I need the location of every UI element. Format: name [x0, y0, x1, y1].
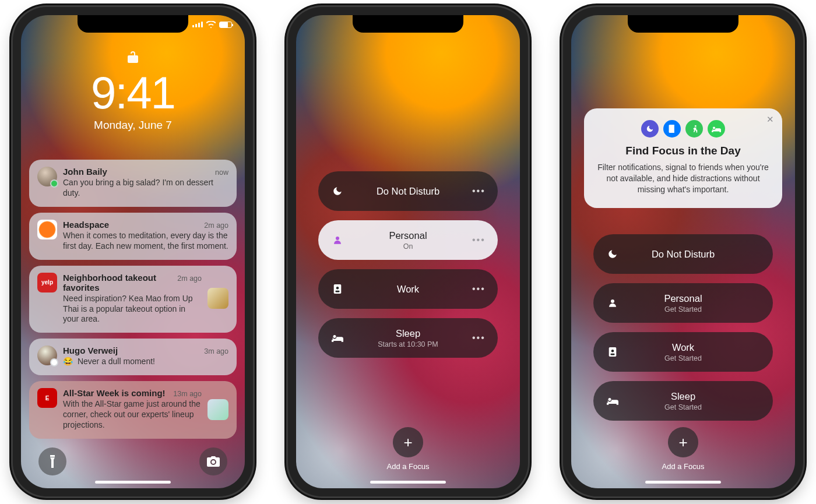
plus-icon: +: [403, 433, 412, 452]
focus-subtitle: Get Started: [619, 305, 747, 313]
focus-mode-work[interactable]: Work Get Started: [593, 332, 773, 372]
svg-point-6: [713, 126, 715, 129]
lock-header: 9:41 Monday, June 7: [21, 50, 245, 132]
info-card-title: Find Focus in the Day: [597, 144, 769, 157]
svg-point-5: [695, 125, 697, 127]
wifi-icon: [206, 21, 216, 28]
notification-item[interactable]: E All-Star Week is coming! 13m ago With …: [29, 381, 237, 439]
phone-3: ✕ Find Focus in the Day Filter notificat…: [563, 7, 803, 496]
svg-rect-3: [335, 291, 339, 292]
person-icon: [331, 235, 344, 245]
close-button[interactable]: ✕: [766, 114, 774, 125]
home-indicator[interactable]: [95, 481, 171, 484]
more-icon[interactable]: •••: [472, 284, 485, 294]
camera-button[interactable]: [199, 447, 227, 475]
focus-mode-dnd[interactable]: Do Not Disturb •••: [318, 171, 498, 211]
notification-item[interactable]: Hugo Verweij 3m ago 😂 Never a dull momen…: [29, 339, 237, 375]
notification-item[interactable]: yelp Neighborhood takeout favorites 2m a…: [29, 266, 237, 333]
bed-icon: [331, 334, 344, 342]
signal-icon: [192, 22, 203, 27]
flashlight-button[interactable]: [38, 447, 66, 475]
messages-badge-icon: [50, 179, 58, 188]
add-focus-button[interactable]: +: [668, 427, 698, 457]
sender-avatar: [37, 167, 57, 186]
plus-icon: +: [678, 433, 687, 452]
notification-thumbnail: [207, 288, 228, 309]
notification-timestamp: 2m ago: [177, 274, 202, 283]
bed-icon: [606, 397, 619, 405]
notification-timestamp: 3m ago: [204, 347, 228, 355]
moon-icon: [606, 249, 619, 259]
espn-icon: E: [37, 388, 57, 408]
notification-title: Headspace: [63, 220, 109, 230]
notification-timestamp: 2m ago: [204, 221, 228, 230]
home-indicator[interactable]: [645, 481, 721, 484]
moon-chip-icon: [641, 120, 659, 138]
focus-mode-personal[interactable]: Personal On •••: [318, 220, 498, 260]
focus-icon-row: [597, 120, 769, 138]
notification-timestamp: 13m ago: [173, 390, 202, 398]
notification-title: John Baily: [63, 167, 107, 177]
badge-icon: [331, 284, 344, 294]
person-icon: [606, 298, 619, 308]
add-focus-label: Add a Focus: [662, 462, 705, 471]
more-icon[interactable]: •••: [472, 235, 485, 245]
focus-mode-personal[interactable]: Personal Get Started: [593, 283, 773, 323]
phone-2: Do Not Disturb ••• Personal On ••• Work …: [288, 7, 528, 496]
notification-stack[interactable]: John Baily now Can you bring a big salad…: [29, 160, 237, 439]
notch: [628, 15, 738, 33]
focus-mode-work[interactable]: Work •••: [318, 269, 498, 309]
bed-chip-icon: [708, 120, 725, 138]
flashlight-icon: [47, 455, 58, 468]
focus-mode-sleep[interactable]: Sleep Get Started: [593, 381, 773, 421]
phone-1: 9:41 Monday, June 7 John Baily now Can y…: [13, 7, 253, 496]
notification-title: Neighborhood takeout favorites: [63, 273, 173, 292]
svg-point-9: [611, 350, 614, 353]
notification-item[interactable]: John Baily now Can you bring a big salad…: [29, 160, 237, 207]
focus-title: Do Not Disturb: [344, 186, 472, 197]
focus-list: Do Not Disturb Personal Get Started Work…: [593, 234, 773, 421]
svg-point-0: [336, 237, 339, 240]
headspace-icon: [37, 220, 57, 239]
focus-title: Sleep: [344, 328, 472, 339]
notification-timestamp: now: [215, 168, 228, 177]
sender-avatar: [37, 346, 57, 365]
notification-body: Need inspiration? Kea Mao from Up Thai i…: [63, 294, 202, 325]
focus-subtitle: Starts at 10:30 PM: [344, 340, 472, 348]
notification-body: When it comes to meditation, every day i…: [63, 231, 228, 252]
lock-date: Monday, June 7: [21, 119, 245, 132]
battery-icon: [219, 22, 232, 28]
notification-body: 😂 Never a dull moment!: [63, 357, 228, 367]
svg-point-7: [611, 299, 614, 303]
notification-item[interactable]: Headspace 2m ago When it comes to medita…: [29, 213, 237, 260]
focus-title: Work: [344, 284, 472, 295]
focus-title: Personal: [344, 230, 472, 241]
focus-title: Personal: [619, 293, 747, 304]
badge-icon: [606, 347, 619, 357]
svg-point-2: [336, 287, 339, 290]
notch: [353, 15, 463, 33]
svg-point-11: [609, 398, 611, 401]
more-icon[interactable]: •••: [472, 186, 485, 196]
running-chip-icon: [685, 120, 703, 138]
slack-badge-icon: [50, 358, 58, 366]
focus-list: Do Not Disturb ••• Personal On ••• Work …: [318, 171, 498, 358]
focus-title: Work: [619, 342, 747, 353]
notification-title: All-Star Week is coming!: [63, 388, 166, 398]
camera-icon: [207, 456, 220, 467]
focus-mode-sleep[interactable]: Sleep Starts at 10:30 PM •••: [318, 318, 498, 358]
add-focus-button[interactable]: +: [393, 427, 423, 457]
more-icon[interactable]: •••: [472, 333, 485, 343]
focus-subtitle: Get Started: [619, 403, 747, 411]
focus-info-card: ✕ Find Focus in the Day Filter notificat…: [584, 108, 782, 208]
status-bar: [192, 21, 232, 28]
lock-time: 9:41: [21, 70, 245, 115]
notch: [78, 15, 188, 33]
home-indicator[interactable]: [370, 481, 446, 484]
focus-mode-dnd[interactable]: Do Not Disturb: [593, 234, 773, 274]
info-card-body: Filter notifications, signal to friends …: [597, 162, 769, 195]
focus-title: Sleep: [619, 391, 747, 402]
notification-thumbnail: [207, 399, 228, 420]
notification-body: With the All-Star game just around the c…: [63, 399, 202, 431]
moon-icon: [331, 186, 344, 196]
